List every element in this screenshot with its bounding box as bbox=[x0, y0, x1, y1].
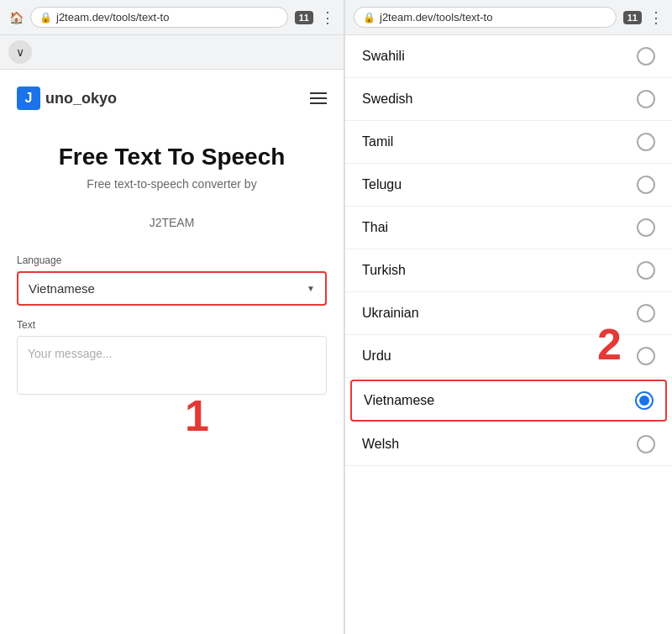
more-icon-left[interactable]: ⋮ bbox=[320, 8, 335, 27]
text-label: Text bbox=[17, 319, 327, 331]
language-name: Thai bbox=[362, 220, 388, 235]
url-text-right: j2team.dev/tools/text-to bbox=[380, 11, 492, 24]
page-subtitle-line1: Free text-to-speech converter by bbox=[17, 177, 327, 191]
radio-button[interactable] bbox=[637, 90, 655, 108]
browser-bar-left: 🏠 🔒 j2team.dev/tools/text-to 11 ⋮ bbox=[0, 0, 344, 35]
textarea-placeholder-text: Your message... bbox=[28, 347, 113, 360]
left-panel: 🏠 🔒 j2team.dev/tools/text-to 11 ⋮ ∨ J un… bbox=[0, 0, 344, 634]
url-text-left: j2team.dev/tools/text-to bbox=[56, 11, 169, 24]
language-item-selected[interactable]: Vietnamese bbox=[350, 380, 667, 422]
language-select-display[interactable]: Vietnamese ▼ bbox=[18, 273, 325, 304]
radio-inner bbox=[639, 396, 649, 406]
browser-bar-right: 🔒 j2team.dev/tools/text-to 11 ⋮ bbox=[345, 0, 672, 35]
language-name: Turkish bbox=[362, 263, 406, 278]
language-item[interactable]: Welsh bbox=[345, 423, 672, 466]
language-item[interactable]: Telugu bbox=[345, 164, 672, 207]
language-item[interactable]: Swedish bbox=[345, 78, 672, 121]
tab-count-right[interactable]: 11 bbox=[623, 11, 642, 24]
language-form-section: Language Vietnamese ▼ bbox=[17, 254, 327, 306]
language-selected-value: Vietnamese bbox=[29, 281, 95, 296]
right-panel: 🔒 j2team.dev/tools/text-to 11 ⋮ SwahiliS… bbox=[344, 0, 672, 634]
language-name: Welsh bbox=[362, 437, 399, 452]
lock-icon-left: 🔒 bbox=[39, 12, 52, 24]
language-item[interactable]: Urdu bbox=[345, 335, 672, 378]
dropdown-arrow-icon: ▼ bbox=[307, 284, 315, 293]
language-name: Tamil bbox=[362, 134, 393, 149]
message-textarea[interactable]: Your message... bbox=[17, 336, 327, 395]
back-button[interactable]: ∨ bbox=[8, 40, 32, 64]
home-icon[interactable]: 🏠 bbox=[8, 10, 24, 25]
url-bar-right[interactable]: 🔒 j2team.dev/tools/text-to bbox=[354, 7, 617, 28]
logo-letter: J bbox=[17, 86, 40, 110]
language-name: Ukrainian bbox=[362, 306, 419, 321]
page-title: Free Text To Speech bbox=[17, 144, 327, 170]
logo-name: uno_okyo bbox=[45, 90, 117, 107]
language-select-wrapper[interactable]: Vietnamese ▼ bbox=[17, 271, 327, 306]
language-name: Swahili bbox=[362, 49, 405, 64]
page-subtitle-line2: J2TEAM bbox=[17, 216, 327, 229]
language-item[interactable]: Thai bbox=[345, 207, 672, 249]
radio-button[interactable] bbox=[637, 347, 655, 365]
language-name: Telugu bbox=[362, 177, 402, 192]
radio-button[interactable] bbox=[637, 47, 655, 65]
language-name: Urdu bbox=[362, 348, 391, 364]
app-content: J uno_okyo Free Text To Speech Free text… bbox=[0, 70, 344, 634]
language-item[interactable]: Swahili bbox=[345, 35, 672, 78]
language-item[interactable]: Ukrainian bbox=[345, 292, 672, 335]
radio-button[interactable] bbox=[637, 435, 655, 453]
radio-button[interactable] bbox=[637, 304, 655, 322]
more-icon-right[interactable]: ⋮ bbox=[648, 8, 664, 27]
language-item[interactable]: Tamil bbox=[345, 121, 672, 164]
app-logo: J uno_okyo bbox=[17, 86, 117, 110]
tab-count-left[interactable]: 11 bbox=[295, 11, 313, 24]
browser-second-row: ∨ bbox=[0, 35, 344, 70]
lock-icon-right: 🔒 bbox=[363, 12, 375, 24]
language-item[interactable]: Turkish bbox=[345, 249, 672, 292]
url-bar-left[interactable]: 🔒 j2team.dev/tools/text-to bbox=[30, 7, 288, 28]
language-name: Vietnamese bbox=[364, 393, 434, 408]
radio-button[interactable] bbox=[637, 176, 655, 194]
app-header: J uno_okyo bbox=[17, 86, 327, 110]
language-name: Swedish bbox=[362, 92, 412, 107]
text-form-section: Text Your message... bbox=[17, 319, 327, 395]
radio-button[interactable] bbox=[637, 218, 655, 237]
chevron-left-icon: ∨ bbox=[16, 45, 24, 59]
language-label: Language bbox=[17, 254, 327, 266]
radio-button[interactable] bbox=[635, 391, 654, 410]
language-list: SwahiliSwedishTamilTeluguThaiTurkishUkra… bbox=[345, 35, 672, 634]
radio-button[interactable] bbox=[637, 261, 655, 280]
radio-button[interactable] bbox=[637, 133, 655, 151]
hamburger-icon[interactable] bbox=[310, 92, 327, 104]
